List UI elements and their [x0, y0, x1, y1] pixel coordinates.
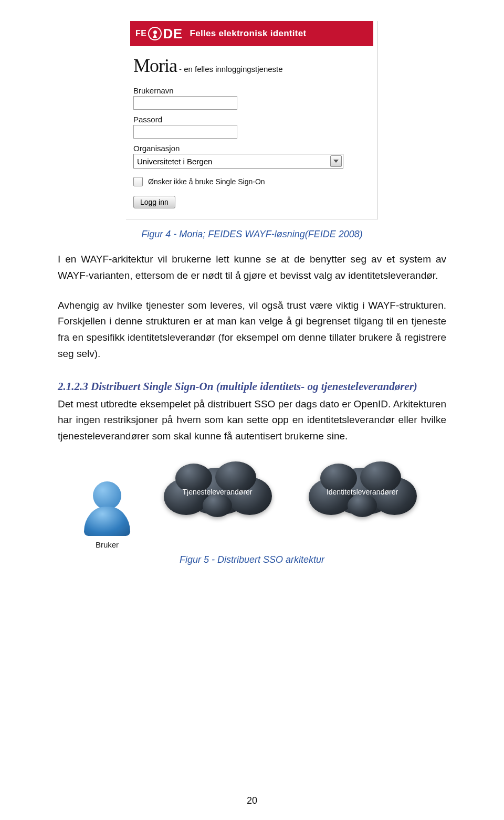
- identity-providers-cloud: Identitetsleverandører: [304, 460, 420, 518]
- organisation-selected-value: Universitetet i Bergen: [134, 157, 330, 166]
- user-figure: Bruker: [84, 481, 130, 549]
- username-label: Brukernavn: [133, 86, 370, 95]
- organisation-label: Organisasjon: [133, 144, 370, 153]
- username-input[interactable]: [133, 96, 237, 110]
- feide-subtitle: Felles elektronisk identitet: [190, 28, 307, 39]
- user-head-icon: [93, 481, 121, 510]
- figure-5-caption: Figur 5 - Distribuert SSO arkitektur: [58, 554, 446, 565]
- page-number: 20: [0, 795, 504, 806]
- feide-logo: F E DE: [135, 26, 183, 42]
- service-providers-label: Tjenesteleverandører: [182, 482, 252, 496]
- password-input[interactable]: [133, 125, 237, 139]
- service-providers-cloud: Tjenesteleverandører: [160, 460, 275, 518]
- sso-checkbox[interactable]: [133, 177, 143, 186]
- dropdown-button[interactable]: [330, 155, 342, 167]
- organisation-select[interactable]: Universitetet i Bergen: [133, 154, 343, 169]
- login-panel-figure: F E DE Felles elektronisk identitet Mori…: [126, 21, 378, 219]
- section-2-1-2-3-heading: 2.1.2.3 Distribuert Single Sign-On (mult…: [58, 380, 446, 393]
- moria-brand: Moria: [133, 55, 177, 77]
- paragraph-3: Det mest utbredte eksempelet på distribu…: [58, 396, 446, 445]
- paragraph-1: I en WAYF-arkitektur vil brukerne lett k…: [58, 251, 446, 284]
- chevron-down-icon: [333, 160, 339, 163]
- user-body-icon: [84, 507, 130, 536]
- password-label: Passord: [133, 115, 370, 124]
- feide-banner: F E DE Felles elektronisk identitet: [130, 21, 373, 46]
- figure-4-caption: Figur 4 - Moria; FEIDES WAYF-løsning(FEI…: [58, 229, 446, 240]
- identity-providers-label: Identitetsleverandører: [327, 482, 398, 496]
- keyhole-icon: [148, 27, 162, 40]
- login-button[interactable]: Logg inn: [133, 196, 175, 208]
- moria-tagline: - en felles innloggingstjeneste: [179, 65, 283, 73]
- paragraph-2: Avhengig av hvilke tjenester som leveres…: [58, 298, 446, 362]
- sso-checkbox-label: Ønsker ikke å bruke Single Sign-On: [148, 177, 265, 186]
- moria-heading: Moria - en felles innloggingstjeneste: [126, 49, 377, 86]
- user-label: Bruker: [96, 540, 119, 549]
- figure-5-diagram: Bruker Tjenesteleverandører Identitetsle…: [84, 460, 420, 549]
